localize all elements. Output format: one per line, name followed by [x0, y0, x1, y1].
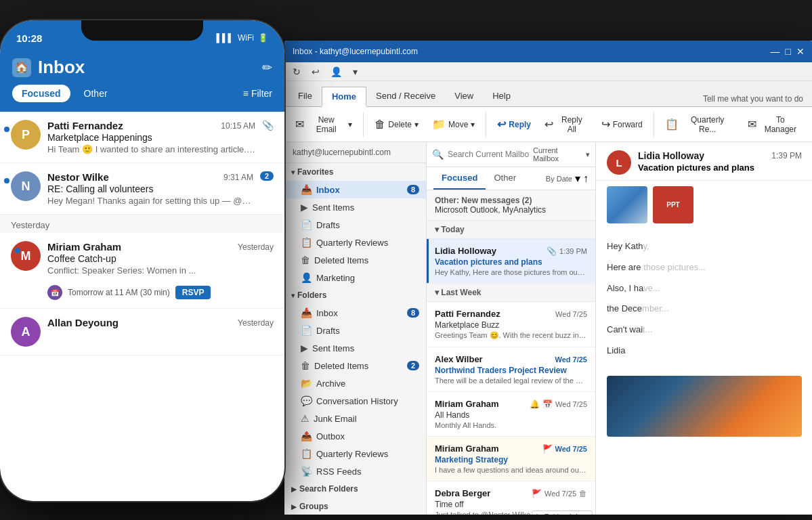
tab-help[interactable]: Help: [483, 87, 520, 106]
sidebar-item-deleted-left: 🗑 Deleted Items: [301, 255, 368, 265]
search-folders-header[interactable]: ▶ Search Folders: [284, 480, 426, 498]
focused-other-tabs: Focused Other By Date ▾ ↑: [427, 167, 595, 190]
list-email-alex[interactable]: Alex Wilber Wed 7/25 Northwind Traders P…: [427, 347, 595, 392]
undo-icon[interactable]: ↩: [309, 65, 322, 79]
email-header-nestor: Nestor Wilke 9:31 AM: [47, 171, 253, 183]
sidebar-folder-archive[interactable]: 📂 Archive: [284, 374, 426, 392]
email-subject-miriam: Coffee Catch-up: [47, 253, 274, 264]
mailbox-dropdown[interactable]: Current Mailbox ▾: [533, 146, 590, 162]
outlook-main: kathyt@lucernepubintl.com ▾ Favorites 📥 …: [284, 142, 812, 515]
phone-frame: 10:28 ▌▌▌ WiFi 🔋 🏠 Inbox ✏: [0, 20, 284, 501]
avatar-patti: P: [11, 120, 41, 150]
attachment-thumb-1[interactable]: [607, 186, 647, 223]
forward-button[interactable]: ↪ Forward: [596, 115, 648, 133]
dropdown-arrow-icon[interactable]: ▾: [350, 65, 360, 79]
sidebar-item-deleted[interactable]: 🗑 Deleted Items: [284, 251, 426, 269]
in-folder-badge: In Folder: Inbox: [532, 511, 593, 515]
sidebar-folder-quarterly[interactable]: 📋 Quarterly Reviews: [284, 445, 426, 462]
maximize-button[interactable]: □: [786, 46, 791, 57]
sidebar-item-sent[interactable]: ▶ Sent Items: [284, 198, 426, 216]
list-subject-alex: Northwind Traders Project Review: [435, 366, 587, 375]
attachment-thumb-ppt[interactable]: PPT: [653, 186, 693, 223]
sidebar-item-quarterly[interactable]: 📋 Quarterly Reviews: [284, 234, 426, 251]
sidebar-folder-conv[interactable]: 💬 Conversation History: [284, 392, 426, 410]
reading-avatar: L: [607, 150, 631, 175]
reply-button[interactable]: ↩ Reply: [492, 115, 536, 133]
chevron-groups: ▶: [291, 503, 297, 511]
tell-me-input[interactable]: Tell me what you want to do: [703, 94, 803, 104]
sort-direction[interactable]: ↑: [583, 173, 589, 185]
phone-email-item-nestor[interactable]: N Nestor Wilke 9:31 AM RE: Calling all v…: [0, 163, 284, 215]
list-email-miriam-marketing[interactable]: Miriam Graham 🚩 Wed 7/25 Marketing Strat…: [427, 437, 595, 481]
sort-button[interactable]: By Date: [546, 175, 572, 183]
list-subject-lidia: Vacation pictures and plans: [435, 257, 587, 267]
phone-email-item-allan[interactable]: A Allan Deyoung Yesterday: [0, 309, 284, 355]
tab-focused[interactable]: Focused: [433, 167, 486, 190]
phone-email-item-patti[interactable]: P Patti Fernandez 10:15 AM Marketplace H…: [0, 112, 284, 163]
to-manager-button[interactable]: ✉ To Manager: [742, 112, 807, 137]
email-row1-patti: Patti Fernandez Wed 7/25: [435, 309, 587, 319]
phone-tab-focused[interactable]: Focused: [12, 85, 70, 102]
search-input[interactable]: [448, 150, 529, 159]
phone-inbox-title: Inbox: [38, 57, 85, 78]
list-email-miriam-allhands[interactable]: Miriam Graham 🔔 📅 Wed 7/25 All Hands Mon…: [427, 392, 595, 437]
sidebar-item-quarterly-left: 📋 Quarterly Reviews: [301, 237, 388, 248]
sidebar-folder-deleted[interactable]: 🗑 Deleted Items 2: [284, 357, 426, 374]
inbox-badge: 8: [407, 185, 419, 194]
quick-access-bar: ↻ ↩ 👤 ▾: [284, 62, 812, 81]
attachment-preview-1: [607, 186, 647, 223]
f-sent-icon: ▶: [301, 343, 308, 353]
close-button[interactable]: ✕: [796, 46, 805, 57]
tab-view[interactable]: View: [445, 87, 483, 106]
sidebar-item-drafts[interactable]: 📄 Drafts: [284, 216, 426, 234]
sender-name-allan: Allan Deyoung: [47, 317, 119, 328]
sidebar-folder-inbox[interactable]: 📥 Inbox 8: [284, 304, 426, 322]
tab-home[interactable]: Home: [322, 87, 366, 107]
favorites-header[interactable]: ▾ Favorites: [284, 163, 426, 181]
chevron-folders: ▾: [291, 292, 295, 299]
move-arrow: ▾: [471, 120, 475, 129]
sidebar-folder-outbox[interactable]: 📤 Outbox: [284, 427, 426, 445]
email-time-nestor: 9:31 AM: [223, 173, 253, 182]
phone-email-item-miriam[interactable]: M Miriam Graham Yesterday Coffee Catch-u…: [0, 233, 284, 309]
tab-send-receive[interactable]: Send / Receive: [366, 87, 445, 106]
drafts-label: Drafts: [316, 220, 340, 230]
phone-filter-button[interactable]: ≡ Filter: [243, 88, 272, 99]
list-sender-lidia: Lidia Holloway: [435, 246, 496, 256]
account-icon[interactable]: 👤: [328, 65, 345, 79]
home-icon: 🏠: [12, 58, 31, 77]
sort-arrow[interactable]: ▾: [575, 172, 580, 185]
icons-debra: 🚩 Wed 7/25 🗑: [532, 489, 587, 498]
new-email-button[interactable]: ✉ New Email ▾: [290, 112, 358, 137]
sidebar-folder-rss[interactable]: 📡 RSS Feeds: [284, 462, 426, 480]
sidebar-folder-sent[interactable]: ▶ Sent Items: [284, 339, 426, 357]
reply-all-button[interactable]: ↩ Reply All: [539, 112, 593, 137]
reading-line-3: Also, I have...: [607, 282, 802, 296]
delete-button[interactable]: 🗑 Delete ▾: [369, 116, 424, 133]
reply-icon: ↩: [497, 118, 506, 131]
f-deleted-icon: 🗑: [301, 360, 310, 371]
tab-file[interactable]: File: [289, 87, 322, 106]
minimize-button[interactable]: —: [771, 46, 780, 57]
groups-header[interactable]: ▶ Groups: [284, 498, 426, 515]
sidebar-folder-drafts[interactable]: 📄 Drafts: [284, 322, 426, 339]
phone-edit-icon[interactable]: ✏: [262, 60, 272, 75]
sidebar-item-inbox[interactable]: 📥 Inbox 8: [284, 181, 426, 198]
list-email-patti[interactable]: Patti Fernandez Wed 7/25 Marketplace Buz…: [427, 302, 595, 347]
list-email-lidia-vacation[interactable]: Lidia Holloway 📎 1:39 PM Vacation pictur…: [427, 239, 595, 284]
list-sender-miriam-ah: Miriam Graham: [435, 399, 499, 409]
refresh-icon[interactable]: ↻: [290, 65, 303, 79]
rsvp-button-miriam[interactable]: RSVP: [175, 286, 211, 299]
email-time-allan: Yesterday: [238, 318, 274, 328]
sidebar-folder-junk[interactable]: ⚠ Junk Email: [284, 410, 426, 427]
folders-header[interactable]: ▾ Folders: [284, 286, 426, 304]
list-subject-miriam-mkt: Marketing Strategy: [435, 455, 587, 464]
list-email-debra[interactable]: Debra Berger 🚩 Wed 7/25 🗑 Time off Just …: [427, 481, 595, 515]
move-button[interactable]: 📁 Move ▾: [427, 115, 480, 133]
quarterly-button[interactable]: 📋 Quarterly Re...: [660, 112, 740, 137]
phone-tab-other[interactable]: Other: [74, 85, 117, 102]
tab-other[interactable]: Other: [486, 167, 524, 190]
reading-pane: L Lidia Holloway 1:39 PM Vacation pictur…: [596, 142, 812, 515]
sidebar-item-marketing[interactable]: 👤 Marketing: [284, 269, 426, 286]
list-preview-alex: There will be a detailed legal review of…: [435, 376, 587, 385]
